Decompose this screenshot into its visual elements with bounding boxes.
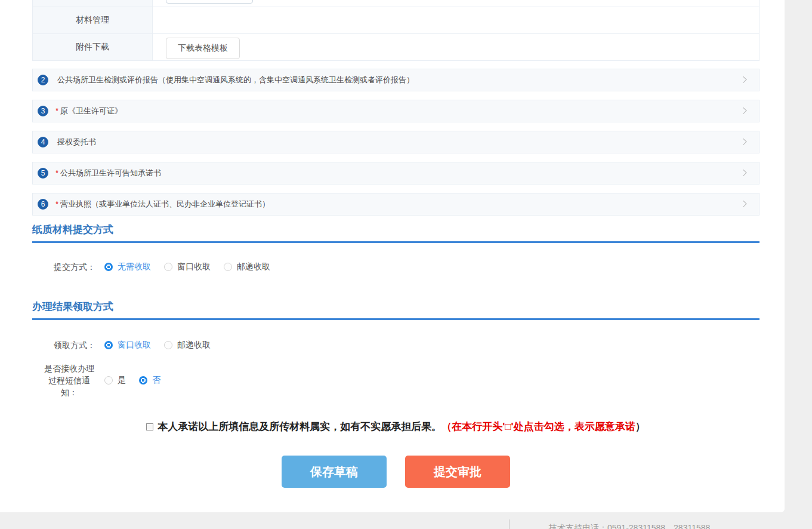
pickup-method-row: 领取方式： 窗口收取 邮递收取 [32, 339, 759, 351]
agreement-checkbox[interactable] [146, 423, 153, 430]
item-title-text: 原《卫生许可证》 [60, 106, 122, 115]
material-item-title: *营业执照（或事业单位法人证书、民办非企业单位登记证书） [55, 199, 270, 210]
material-item-title: 授权委托书 [55, 137, 96, 147]
material-manage-label: 材料管理 [33, 7, 153, 33]
table-row: 材料管理 [33, 7, 759, 33]
sms-notify-label: 是否接收办理过程短信通知： [43, 362, 95, 398]
radio-label: 窗口收取 [118, 340, 151, 350]
item-title-text: 营业执照（或事业单位法人证书、民办非企业单位登记证书） [60, 199, 270, 208]
item-title-text: 公共场所卫生检测或评价报告（使用集中空调通风系统的，含集中空调通风系统卫生检测或… [57, 75, 414, 84]
material-manage-value [153, 7, 759, 33]
required-mark: * [55, 106, 58, 115]
required-mark: * [55, 199, 58, 208]
agreement-hint-close: ） [635, 420, 646, 433]
truncated-input[interactable] [166, 0, 253, 4]
paper-submit-section-title: 纸质材料提交方式 [32, 224, 759, 243]
action-buttons: 保存草稿 提交审批 [32, 456, 759, 488]
radio-option-window-collect[interactable]: 窗口收取 [164, 262, 211, 272]
radio-option-mail-pickup[interactable]: 邮递收取 [164, 340, 211, 350]
chevron-right-icon [740, 107, 746, 114]
radio-label: 否 [152, 375, 160, 386]
submit-method-label: 提交方式： [32, 261, 95, 273]
result-pickup-section-title: 办理结果领取方式 [32, 301, 759, 320]
material-info-table: 材料管理 附件下载 下载表格模板 [32, 0, 759, 61]
page-footer: 技术支持电话：0591-28311588、28311588 [0, 512, 812, 529]
sms-notify-row: 是否接收办理过程短信通知： 是 否 [32, 362, 759, 398]
radio-unselected-icon [224, 263, 232, 271]
material-item-3[interactable]: 3 *原《卫生许可证》 [32, 100, 759, 122]
chevron-right-icon [740, 170, 746, 176]
radio-option-mail-collect[interactable]: 邮递收取 [224, 262, 270, 272]
attachment-download-label: 附件下载 [33, 34, 153, 60]
table-value-cell [153, 0, 759, 7]
pickup-method-options: 窗口收取 邮递收取 [104, 340, 224, 350]
radio-label: 是 [118, 375, 126, 386]
material-item-title: *原《卫生许可证》 [55, 106, 122, 116]
radio-label: 窗口收取 [177, 262, 211, 272]
radio-option-window-pickup[interactable]: 窗口收取 [104, 340, 151, 350]
chevron-right-icon [740, 201, 746, 207]
pickup-method-label: 领取方式： [32, 339, 95, 351]
radio-option-no[interactable]: 否 [139, 375, 160, 386]
radio-label: 邮递收取 [177, 340, 211, 350]
table-row: 附件下载 下载表格模板 [33, 33, 759, 60]
radio-unselected-icon [164, 341, 172, 349]
radio-selected-icon [104, 263, 113, 271]
material-item-6[interactable]: 6 *营业执照（或事业单位法人证书、民办非企业单位登记证书） [32, 193, 759, 216]
required-mark: * [55, 168, 58, 177]
chevron-right-icon [740, 139, 746, 145]
item-number-badge: 6 [38, 199, 48, 210]
radio-label: 邮递收取 [237, 262, 270, 272]
agreement-row: 本人承诺以上所填信息及所传材料属实，如有不实愿承担后果。（在本行开头'□'处点击… [32, 420, 759, 433]
table-label-cell [33, 0, 153, 7]
form-card: 材料管理 附件下载 下载表格模板 2 公共场所卫生检测或评价报告（使用集中空调通… [0, 0, 785, 512]
footer-divider [509, 519, 510, 529]
radio-unselected-icon [164, 263, 172, 271]
item-number-badge: 2 [38, 75, 48, 85]
material-item-title: *公共场所卫生许可告知承诺书 [55, 168, 161, 179]
sms-notify-options: 是 否 [104, 375, 174, 386]
material-item-4[interactable]: 4 授权委托书 [32, 131, 759, 153]
agreement-text: 本人承诺以上所填信息及所传材料属实，如有不实愿承担后果。 [158, 420, 441, 433]
radio-selected-icon [104, 341, 113, 349]
chevron-right-icon [740, 76, 746, 83]
submit-method-options: 无需收取 窗口收取 邮递收取 [104, 262, 283, 272]
submit-approval-button[interactable]: 提交审批 [405, 456, 510, 488]
attachment-download-value: 下载表格模板 [153, 34, 759, 60]
item-number-badge: 5 [38, 168, 48, 179]
item-number-badge: 3 [38, 106, 48, 116]
material-item-5[interactable]: 5 *公共场所卫生许可告知承诺书 [32, 162, 759, 184]
radio-selected-icon [139, 376, 147, 385]
save-draft-button[interactable]: 保存草稿 [282, 456, 387, 488]
download-template-button[interactable]: 下载表格模板 [166, 38, 240, 59]
table-row-truncated [33, 0, 759, 7]
item-title-text: 公共场所卫生许可告知承诺书 [60, 168, 161, 177]
radio-option-yes[interactable]: 是 [104, 375, 126, 386]
submit-method-row: 提交方式： 无需收取 窗口收取 邮递收取 [32, 261, 759, 273]
item-title-text: 授权委托书 [57, 137, 96, 146]
item-number-badge: 4 [38, 137, 48, 147]
material-item-2[interactable]: 2 公共场所卫生检测或评价报告（使用集中空调通风系统的，含集中空调通风系统卫生检… [32, 69, 759, 91]
material-item-title: 公共场所卫生检测或评价报告（使用集中空调通风系统的，含集中空调通风系统卫生检测或… [55, 75, 414, 85]
radio-unselected-icon [104, 376, 113, 385]
tech-support-phone: 技术支持电话：0591-28311588、28311588 [549, 523, 710, 529]
agreement-hint-red: （在本行开头'□'处点击勾选，表示愿意承诺 [441, 420, 635, 433]
radio-option-no-collect[interactable]: 无需收取 [104, 262, 151, 272]
radio-label: 无需收取 [118, 262, 151, 272]
